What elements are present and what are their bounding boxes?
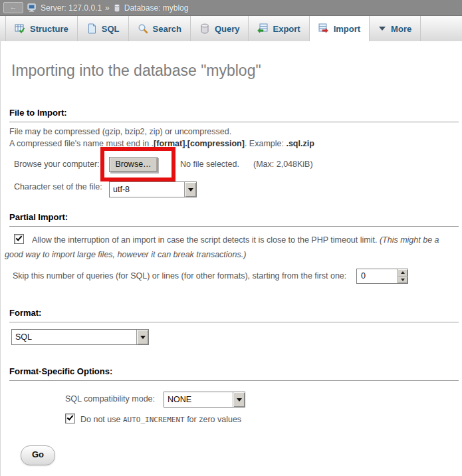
- tab-sql[interactable]: SQL: [78, 16, 129, 41]
- tab-query[interactable]: Query: [191, 16, 249, 41]
- section-heading-format-specific: Format-Specific Options:: [9, 366, 459, 381]
- database-icon: [113, 3, 121, 13]
- charset-label: Character set of the file:: [14, 182, 102, 191]
- compression-note-line2-prefix: A compressed file's name must end in .: [9, 139, 154, 148]
- tab-search[interactable]: Search: [129, 16, 191, 41]
- section-heading-file-to-import: File to Import:: [9, 108, 459, 122]
- max-size-text: (Max: 2,048KiB): [253, 160, 313, 169]
- auto-increment-label-prefix: Do not use: [80, 415, 123, 424]
- browse-label: Browse your computer:: [14, 160, 100, 169]
- tab-structure[interactable]: Structure: [5, 16, 78, 41]
- skip-queries-value: 0: [357, 269, 397, 283]
- compression-note-example-bold: .sql.zip: [286, 139, 314, 148]
- server-monitor-icon: [27, 3, 37, 13]
- allow-interruption-row: Allow the interruption of an import in c…: [5, 233, 459, 262]
- tab-label: Export: [273, 24, 300, 34]
- breadcrumb-bar: ← Server: 127.0.0.1 » Database: myblog: [0, 0, 462, 16]
- export-icon: [257, 23, 268, 34]
- tab-label: SQL: [102, 24, 120, 34]
- sql-compat-select-value: NONE: [164, 392, 233, 407]
- tab-label: Query: [215, 24, 240, 34]
- format-select[interactable]: SQL: [11, 329, 149, 345]
- section-heading-format: Format:: [9, 308, 459, 322]
- breadcrumb-database[interactable]: Database: myblog: [124, 3, 189, 13]
- charset-select-value: utf-8: [110, 182, 184, 197]
- go-button[interactable]: Go: [21, 445, 55, 465]
- query-database-icon: [199, 23, 210, 34]
- search-icon: [138, 23, 148, 34]
- structure-icon: [15, 23, 25, 34]
- tab-label: More: [391, 24, 411, 34]
- format-select-value: SQL: [12, 330, 136, 344]
- compression-note: File may be compressed (gzip, bzip2, zip…: [9, 126, 314, 150]
- page-title: Importing into the database "myblog": [11, 62, 261, 80]
- charset-select[interactable]: utf-8: [109, 181, 197, 197]
- tab-bar: Structure SQL Search Query Export: [0, 16, 462, 41]
- tab-export[interactable]: Export: [249, 16, 309, 41]
- tab-label: Search: [153, 24, 181, 34]
- tab-more[interactable]: More: [370, 16, 421, 41]
- allow-interruption-label: Allow the interruption of an import in c…: [32, 235, 380, 245]
- back-button[interactable]: ←: [3, 2, 23, 13]
- breadcrumb-separator: »: [105, 3, 110, 13]
- browse-button[interactable]: Browse…: [109, 157, 158, 172]
- no-file-selected-text: No file selected.: [180, 160, 239, 169]
- allow-interruption-checkbox[interactable]: [14, 234, 24, 244]
- spinner: [397, 269, 407, 283]
- tab-import[interactable]: Import: [310, 16, 370, 41]
- section-heading-partial-import: Partial Import:: [9, 212, 459, 227]
- import-icon: [318, 23, 329, 34]
- spin-down-button[interactable]: [398, 277, 407, 284]
- skip-queries-label: Skip this number of queries (for SQL) or…: [13, 271, 346, 281]
- dropdown-arrow-icon[interactable]: [136, 330, 148, 344]
- spin-up-button[interactable]: [398, 269, 407, 277]
- dropdown-arrow-icon[interactable]: [233, 392, 245, 407]
- sql-compat-label: SQL compatibility mode:: [65, 394, 155, 404]
- skip-queries-input[interactable]: 0: [356, 269, 408, 284]
- dropdown-arrow-icon[interactable]: [184, 182, 196, 197]
- compression-note-format-bold: [format].[compression]: [154, 139, 245, 148]
- auto-increment-label-suffix: for zero values: [185, 415, 241, 424]
- compression-note-line1: File may be compressed (gzip, bzip2, zip…: [9, 127, 231, 136]
- auto-increment-checkbox[interactable]: [65, 414, 75, 423]
- chevron-down-icon: [378, 26, 386, 31]
- breadcrumb-server[interactable]: Server: 127.0.0.1: [41, 3, 102, 13]
- main-content: Importing into the database "myblog" Fil…: [0, 41, 461, 476]
- tab-label: Structure: [30, 24, 68, 34]
- breadcrumb: Server: 127.0.0.1 » Database: myblog: [27, 3, 188, 13]
- sql-compat-select[interactable]: NONE: [164, 392, 245, 408]
- phpmyadmin-import-page: ← Server: 127.0.0.1 » Database: myblog S…: [0, 0, 462, 476]
- tab-label: Import: [334, 24, 360, 34]
- auto-increment-code: AUTO_INCREMENT: [123, 416, 185, 424]
- compression-note-line2-mid: . Example:: [245, 139, 287, 148]
- sql-icon: [86, 23, 97, 34]
- auto-increment-row: Do not use AUTO_INCREMENT for zero value…: [65, 414, 241, 424]
